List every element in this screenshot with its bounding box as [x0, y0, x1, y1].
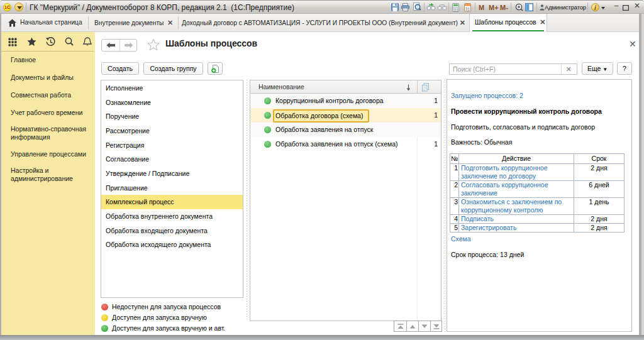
svg-text:31: 31	[465, 7, 470, 11]
